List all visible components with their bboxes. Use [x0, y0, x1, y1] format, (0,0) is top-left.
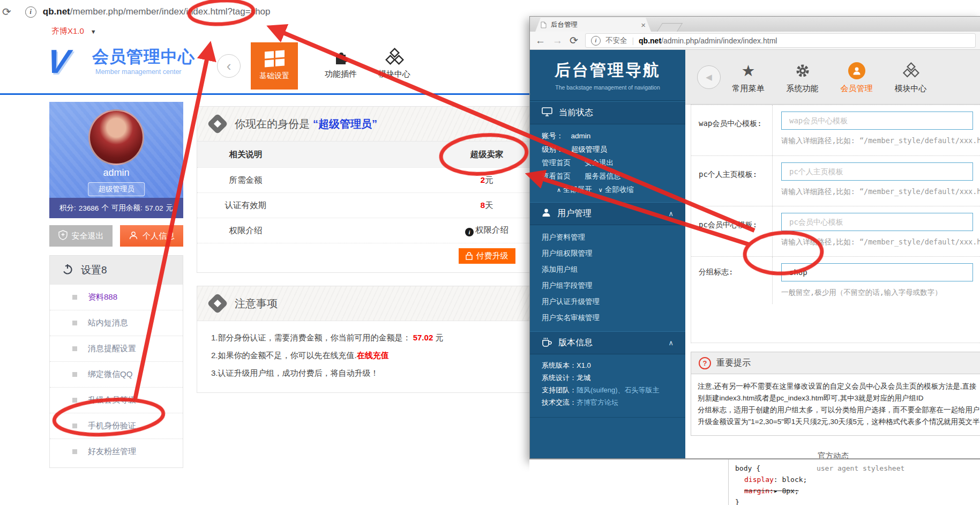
topnav-member-mgmt[interactable]: 会员管理 [830, 61, 883, 94]
version-dropdown-icon[interactable]: ▼ [91, 28, 96, 35]
member-url[interactable]: qb.net/member.php/member/index/index.htm… [43, 6, 271, 17]
sidebar-item-group-fields[interactable]: 用户组字段管理 [530, 278, 685, 294]
devtools-left-pane[interactable] [529, 459, 729, 505]
pc-homepage-template-input[interactable] [781, 162, 973, 181]
bullet-icon [72, 398, 77, 403]
tech-forum-link[interactable]: 齐博官方论坛 [577, 398, 618, 406]
sidebar-item-realname-audit[interactable]: 用户实名审核管理 [530, 310, 685, 326]
bullet-icon [72, 372, 77, 377]
collapse-section-icon[interactable]: ∧ [668, 339, 674, 347]
recharge-link[interactable]: 在线充值 [357, 351, 389, 360]
admin-logo-title: 后台管理导航 [555, 60, 661, 81]
field-label: wap会员中心模板: [691, 105, 773, 155]
level-value: 超级管理员 [571, 145, 608, 153]
profile-stats: 积分: 23686 个 可用余额: 57.02 元 [49, 198, 183, 218]
css-selector[interactable]: body { [735, 463, 760, 474]
menu-item-phone-verify[interactable]: 手机身份验证 [50, 413, 183, 439]
member-subtitle: Member management center [95, 68, 182, 76]
page-info-icon[interactable]: i [25, 6, 36, 18]
support-team-link[interactable]: 随风(suifeng)、石头等版主 [577, 386, 660, 394]
menu-item-label: 站内短消息 [88, 318, 128, 328]
user-mgmt-section-header[interactable]: 用户管理 ∧ [530, 202, 685, 225]
avatar[interactable] [88, 109, 144, 165]
site-version-label[interactable]: 齐博X1.0 [51, 26, 84, 36]
account-line: 账号：admin [542, 129, 685, 143]
menu-item-profile888[interactable]: 资料888 [50, 285, 183, 310]
nav-plugins[interactable]: 功能插件 [315, 46, 366, 79]
version-info: 系统版本：X1.0 系统设计：龙城 支持团队：随风(suifeng)、石头等版主… [530, 354, 685, 418]
sidebar-item-cert-upgrade[interactable]: 用户认证升级管理 [530, 294, 685, 310]
menu-item-label: 资料888 [88, 292, 117, 302]
nav-modules[interactable]: 模块中心 [369, 46, 420, 79]
person-icon [129, 231, 138, 242]
collapse-section-icon[interactable]: ∧ [668, 210, 674, 218]
menu-item-upgrade-member-level[interactable]: 升级会员等级 [50, 387, 183, 413]
nav-basic-settings-label: 基础设置 [259, 71, 289, 81]
view-site-link[interactable]: 查看首页 [542, 172, 571, 180]
topnav-common-menu[interactable]: ★ 常用菜单 [722, 61, 775, 94]
sidebar-item-group-perms[interactable]: 用户组权限管理 [530, 246, 685, 262]
question-icon: ? [699, 357, 711, 369]
css-prop-display[interactable]: display: block; [735, 474, 980, 485]
status-section-header[interactable]: 当前状态 [530, 101, 685, 124]
nav-back-button[interactable]: ◀ [697, 65, 721, 89]
safe-logout-link[interactable]: 安全退出 [585, 159, 614, 167]
menu-item-notify-settings[interactable]: 消息提醒设置 [50, 336, 183, 361]
logout-button[interactable]: 安全退出 [49, 225, 113, 247]
server-info-link[interactable]: 服务器信息 [585, 172, 621, 180]
version-section-title: 版本信息 [558, 337, 593, 348]
topnav-system-functions[interactable]: 系统功能 [776, 61, 829, 94]
important-tips-header: ? 重要提示 [691, 352, 980, 374]
chevron-up-icon: ∧ [557, 187, 561, 193]
url-separator: | [632, 36, 634, 45]
menu-item-bind-wechat-qq[interactable]: 绑定微信QQ [50, 361, 183, 387]
official-news-link[interactable]: 官方动态 [818, 451, 849, 459]
diamond-icon [207, 113, 228, 135]
collapse-all-link[interactable]: 全部收缩 [605, 185, 634, 194]
admin-tab[interactable]: 后台管理 × [535, 18, 651, 32]
level-line: 级别：超级管理员 [542, 143, 685, 156]
back-icon[interactable]: ← [535, 35, 545, 47]
field-hint: 请输入详细路径,比如: “/member_style/default/xxx.h… [781, 187, 980, 197]
admin-titlebar[interactable]: 后台管理 × [530, 17, 980, 32]
sidebar-item-user-data[interactable]: 用户资料管理 [530, 229, 685, 246]
version-section-header[interactable]: 版本信息 ∧ [530, 331, 685, 354]
role-badge: 超级管理员 [88, 182, 145, 196]
topnav-label: 会员管理 [830, 84, 883, 94]
group-flag-input[interactable] [781, 263, 973, 281]
admin-url-bar[interactable]: i 不安全 | qb.net/admin.php/admin/index/ind… [585, 33, 976, 48]
pc-member-template-input[interactable] [781, 213, 973, 231]
paid-upgrade-button[interactable]: 付费升级 [459, 248, 515, 264]
tips-line-1: 注意,还有另一种不需要在这里修改设置的自定义会员中心及会员主页的模板方法是,直接 [698, 381, 980, 392]
collapse-nav-button[interactable]: ‹ [217, 54, 241, 78]
sidebar-item-add-group[interactable]: 添加用户组 [530, 262, 685, 278]
css-prop-margin-overridden[interactable]: margin:▸ 8px; [735, 485, 980, 496]
devtools-styles-pane[interactable]: body { user agent stylesheet display: bl… [729, 459, 980, 505]
new-tab-button[interactable] [657, 23, 683, 32]
field-hint: 一般留空,极少用（不留空的话,输入字母或数字） [781, 288, 980, 298]
nav-basic-settings[interactable]: 基础设置 [251, 42, 298, 90]
admin-home-link[interactable]: 管理首页 [542, 159, 571, 167]
cubes-icon [884, 61, 937, 81]
settings-menu-header[interactable]: 设置8 [50, 256, 183, 285]
reload-icon[interactable]: ⟳ [570, 34, 578, 47]
form-row-group-flag: 分组标志: 一般留空,极少用（不留空的话,输入字母或数字） [691, 256, 980, 304]
menu-item-messages[interactable]: 站内短消息 [50, 310, 183, 336]
menu-item-friends-fans[interactable]: 好友粉丝管理 [50, 439, 183, 464]
reload-icon[interactable]: ⟳ [2, 5, 11, 18]
info-filled-icon: i [465, 228, 474, 236]
page-icon [541, 21, 547, 28]
forward-icon[interactable]: → [552, 35, 563, 47]
profile-info-button[interactable]: 个人信息 [120, 225, 183, 247]
expand-all-link[interactable]: 全部展开 [563, 185, 592, 194]
tips-line-2: 别新建index3.htm或者是pc_index3.htm即可,其中3就是对应的… [698, 392, 980, 404]
field-label: pc个人主页模板: [691, 156, 773, 206]
page-info-icon[interactable]: i [591, 36, 601, 46]
shield-icon [58, 230, 68, 242]
admin-tab-title: 后台管理 [551, 20, 578, 29]
topnav-module-center[interactable]: 模块中心 [884, 61, 937, 94]
wap-template-input[interactable] [781, 112, 973, 130]
member-logo: V [44, 42, 72, 80]
username: admin [49, 167, 183, 179]
tab-close-icon[interactable]: × [641, 20, 646, 29]
